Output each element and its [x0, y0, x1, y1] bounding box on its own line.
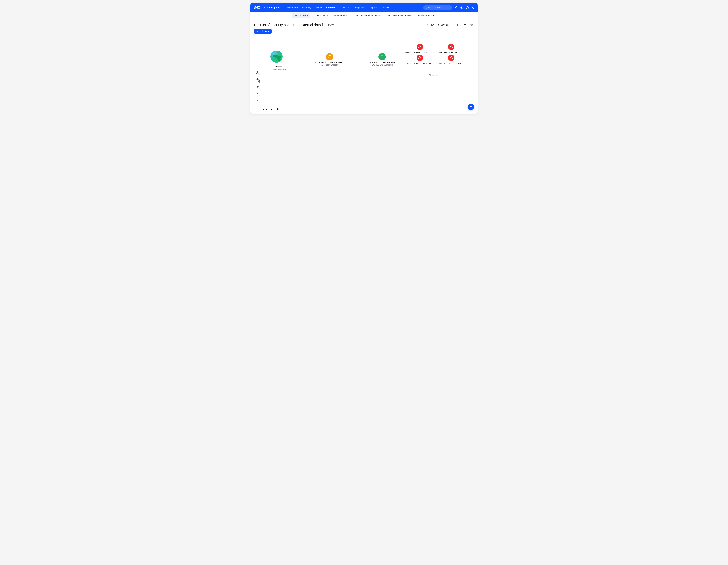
node-internet-hint: Click to expand path: [270, 68, 286, 70]
help-icon: [466, 6, 469, 9]
search-input[interactable]: Search (Cmd/K): [423, 5, 452, 10]
svg-point-0: [425, 7, 426, 8]
node-database[interactable]: amz-mysql-5719-db-identifier AWS RDS MyS…: [368, 53, 396, 66]
nav-inventory[interactable]: Inventory: [302, 6, 311, 9]
nav-policies[interactable]: Policies: [342, 6, 349, 9]
nav-compliance[interactable]: Compliance: [354, 6, 365, 9]
finding-label: Human Resources: High Risk…: [406, 62, 434, 64]
finding-label: Human Resources: GDPR - Dat…: [405, 51, 434, 53]
star-icon: [470, 24, 473, 26]
tab-vulnerabilities[interactable]: Vulnerabilities: [333, 13, 348, 19]
svg-rect-24: [257, 73, 257, 74]
help-button[interactable]: [466, 6, 469, 9]
node-internet[interactable]: Internet Click to expand path: [270, 50, 286, 70]
node-endpoint-sub: Application Endpoint: [315, 64, 344, 66]
chevron-down-icon: [451, 24, 453, 26]
finding-label: Human Resources: French CNI…: [437, 51, 466, 53]
canvas-tools: 2: [255, 70, 260, 110]
nav-explorer-label: Explorer: [326, 6, 335, 9]
topbar: WIZ All projects Dashboard Inventory Iss…: [250, 3, 478, 12]
svg-point-14: [381, 55, 383, 56]
tab-host-config-findings[interactable]: Host Configuration Findings: [385, 13, 413, 19]
layers-badge: 2: [258, 80, 260, 83]
collapse-hint: Click to colapse: [429, 74, 442, 76]
svg-point-10: [465, 25, 465, 26]
edit-query-label: Edit Query: [260, 30, 269, 32]
pencil-icon: [256, 30, 258, 32]
favorite-button[interactable]: [469, 23, 474, 27]
graph-view-button[interactable]: [463, 23, 467, 27]
nav-reports[interactable]: Reports: [370, 6, 377, 9]
nav-explorer[interactable]: Explorer: [326, 6, 337, 9]
svg-point-5: [472, 7, 473, 8]
nav-projects[interactable]: Projects: [381, 6, 389, 9]
sidebar-icon: [457, 24, 460, 26]
alert-icon: [448, 44, 454, 50]
svg-rect-6: [457, 24, 459, 26]
alert-icon: [448, 55, 454, 61]
svg-rect-23: [257, 72, 258, 72]
bell-icon: [455, 6, 458, 9]
findings-group[interactable]: Human Resources: GDPR - Dat… Human Resou…: [402, 41, 469, 66]
finding-item[interactable]: Human Resources: French CNI…: [437, 44, 466, 53]
explorer-subnav: Security Graph Cloud Events Vulnerabilit…: [250, 12, 478, 19]
graph-canvas[interactable]: Internet Click to expand path amz-mysql-…: [250, 33, 478, 109]
save-as-button-label: Save as…: [441, 24, 450, 26]
nav-issues[interactable]: Issues: [316, 6, 322, 9]
finding-label: Human Resources: GDPR Findings: [437, 62, 466, 64]
save-as-button[interactable]: Save as…: [437, 23, 454, 27]
node-database-sub: AWS RDS MySQL Instance: [368, 64, 396, 66]
zoom-in-tool[interactable]: [255, 91, 260, 96]
alert-icon: [417, 55, 423, 61]
tab-security-graph[interactable]: Security Graph: [292, 13, 310, 18]
new-button[interactable]: New: [425, 23, 435, 27]
app-frame: WIZ All projects Dashboard Inventory Iss…: [250, 3, 478, 114]
account-button[interactable]: [471, 6, 474, 9]
expand-icon: [256, 106, 259, 109]
endpoint-icon: [326, 53, 333, 60]
svg-marker-26: [257, 79, 259, 80]
nav-dashboard[interactable]: Dashboard: [287, 6, 298, 9]
user-icon: [471, 6, 474, 9]
svg-point-28: [257, 86, 258, 87]
svg-line-1: [426, 8, 427, 8]
finding-item[interactable]: Human Resources: High Risk…: [405, 55, 434, 64]
new-button-label: New: [430, 24, 434, 26]
center-tool[interactable]: [255, 84, 260, 89]
tab-cloud-events[interactable]: Cloud Events: [315, 13, 329, 19]
panel-toggle-button[interactable]: [456, 23, 461, 27]
chevron-down-icon: [280, 7, 283, 9]
project-picker[interactable]: All projects: [264, 6, 283, 9]
globe-grid-icon: [328, 55, 331, 59]
hierarchy-icon: [256, 71, 259, 74]
node-endpoint[interactable]: amz-mysql-5719-db-identifie… Application…: [315, 53, 344, 66]
plus-icon: [256, 92, 259, 95]
ai-assistant-fab[interactable]: [468, 104, 474, 110]
fullscreen-tool[interactable]: [255, 105, 260, 110]
notifications-button[interactable]: [455, 6, 458, 9]
page-header: Results of security scan from external d…: [250, 19, 478, 27]
chevron-down-icon: [336, 7, 337, 9]
primary-nav: Dashboard Inventory Issues Explorer Poli…: [287, 6, 389, 9]
svg-line-32: [258, 107, 258, 107]
alert-icon: [417, 44, 423, 50]
svg-point-2: [462, 7, 462, 8]
finding-item[interactable]: Human Resources: GDPR Findings: [437, 55, 466, 64]
gear-icon: [460, 6, 463, 9]
edit-query-button[interactable]: Edit Query: [254, 29, 272, 34]
settings-button[interactable]: [460, 6, 463, 9]
file-icon: [426, 24, 429, 26]
layers-tool[interactable]: 2: [255, 77, 260, 82]
layout-tool[interactable]: [255, 70, 260, 75]
tab-network-exposure[interactable]: Network Exposure: [417, 13, 436, 19]
globe-icon: [270, 50, 283, 63]
results-count: 4 out of 4 results: [263, 108, 279, 110]
finding-item[interactable]: Human Resources: GDPR - Dat…: [405, 44, 434, 53]
page-title: Results of security scan from external d…: [254, 23, 334, 27]
project-picker-label: All projects: [267, 6, 279, 9]
target-icon: [256, 85, 259, 88]
zoom-out-tool[interactable]: [255, 98, 260, 103]
tab-cloud-config-findings[interactable]: Cloud Configuration Findings: [352, 13, 381, 19]
wiz-logo: WIZ: [254, 6, 260, 10]
svg-line-33: [257, 108, 257, 108]
